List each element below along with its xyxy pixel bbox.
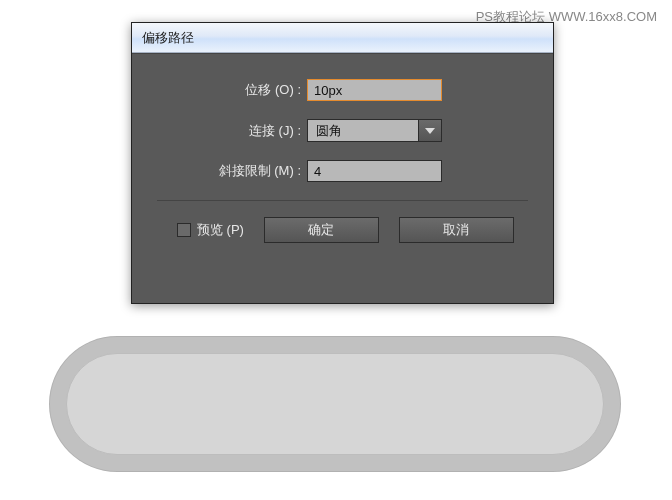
ok-button-label: 确定 xyxy=(308,221,334,239)
preview-checkbox[interactable]: 预览 (P) xyxy=(177,221,244,239)
offset-path-dialog: 偏移路径 位移 (O) : 连接 (J) : 圆角 斜接限制 (M) : 预览 … xyxy=(131,22,554,304)
checkbox-box xyxy=(177,223,191,237)
miter-label: 斜接限制 (M) : xyxy=(157,162,307,180)
miter-row: 斜接限制 (M) : xyxy=(157,160,528,182)
join-select-value: 圆角 xyxy=(307,119,418,142)
join-row: 连接 (J) : 圆角 xyxy=(157,119,528,142)
cancel-button-label: 取消 xyxy=(443,221,469,239)
offset-path-result-outer xyxy=(49,336,621,472)
join-select-button[interactable] xyxy=(418,119,442,142)
join-select[interactable]: 圆角 xyxy=(307,119,442,142)
divider xyxy=(157,200,528,201)
offset-row: 位移 (O) : xyxy=(157,79,528,101)
chevron-down-icon xyxy=(425,128,435,134)
ok-button[interactable]: 确定 xyxy=(264,217,379,243)
dialog-actions: 预览 (P) 确定 取消 xyxy=(157,217,528,243)
offset-label: 位移 (O) : xyxy=(157,81,307,99)
dialog-body: 位移 (O) : 连接 (J) : 圆角 斜接限制 (M) : 预览 (P) xyxy=(132,53,553,263)
dialog-title: 偏移路径 xyxy=(142,29,194,47)
preview-label: 预览 (P) xyxy=(197,221,244,239)
offset-input[interactable] xyxy=(307,79,442,101)
join-label: 连接 (J) : xyxy=(157,122,307,140)
dialog-titlebar[interactable]: 偏移路径 xyxy=(132,23,553,53)
offset-path-result-inner xyxy=(66,353,604,455)
cancel-button[interactable]: 取消 xyxy=(399,217,514,243)
miter-input[interactable] xyxy=(307,160,442,182)
